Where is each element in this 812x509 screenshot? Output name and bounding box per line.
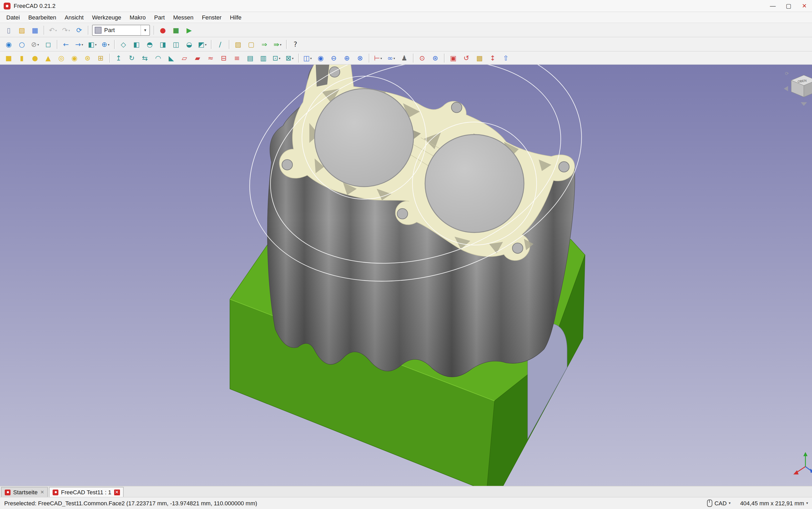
axonometric-view-button[interactable]: ◇ xyxy=(117,39,130,50)
migrate-shape-button[interactable]: ⇧ xyxy=(499,52,512,63)
minimize-button[interactable]: — xyxy=(765,0,781,11)
redo-button[interactable]: ↷▾ xyxy=(60,25,73,35)
dropdown-arrow-icon: ▾ xyxy=(37,42,39,46)
fit-selection-button[interactable]: ○ xyxy=(15,39,28,50)
fillet-button[interactable]: ◠ xyxy=(152,52,165,63)
window-title: FreeCAD 0.21.2 xyxy=(14,3,56,9)
zoom-button[interactable]: ⊕▾ xyxy=(99,39,112,50)
menu-fenster[interactable]: Fenster xyxy=(198,13,226,22)
save-button[interactable]: ▦ xyxy=(28,25,41,35)
compound-tools-button[interactable]: ◫▾ xyxy=(301,52,314,63)
menu-ansicht[interactable]: Ansicht xyxy=(61,13,88,22)
open-file-button[interactable]: ▨ xyxy=(15,25,28,35)
union-button[interactable]: ⊕ xyxy=(340,52,354,63)
cylinder-bore-2[interactable] xyxy=(425,135,524,233)
tab-startseite[interactable]: Startseite ✕ xyxy=(1,487,48,497)
cylinder-button[interactable]: ▮ xyxy=(15,52,28,63)
color-per-face-button[interactable]: ▩ xyxy=(473,52,486,63)
mirror-button[interactable]: ⇆ xyxy=(138,52,152,63)
create-part-button[interactable]: ▧ xyxy=(231,39,245,50)
close-button[interactable]: ✕ xyxy=(797,0,812,11)
thickness-button[interactable]: ⊡▾ xyxy=(270,52,283,63)
bounding-box-button[interactable]: ◻ xyxy=(41,39,55,50)
offset-2d-button[interactable]: ▥ xyxy=(257,52,270,63)
section-button[interactable]: ⊟ xyxy=(217,52,230,63)
viewport-dimensions[interactable]: 404,45 mm x 212,91 mm ▾ xyxy=(740,500,808,506)
link-navigation-button[interactable]: ◧▾ xyxy=(86,39,99,50)
boolean-button[interactable]: ◉ xyxy=(314,52,327,63)
maximize-button[interactable]: ▢ xyxy=(781,0,797,11)
freecad-window: FreeCAD 0.21.2 — ▢ ✕ DateiBearbeitenAnsi… xyxy=(0,0,812,509)
menu-messen[interactable]: Messen xyxy=(169,13,198,22)
view-rear-button[interactable]: ◫ xyxy=(169,39,183,50)
primitives-button[interactable]: ⊛ xyxy=(81,52,94,63)
projection-on-surface-button[interactable]: ⊠▾ xyxy=(283,52,296,63)
extrude-button[interactable]: ↥ xyxy=(112,52,125,63)
tab-close-icon[interactable]: ✕ xyxy=(40,489,44,495)
toolbar-separator xyxy=(444,54,445,62)
new-file-button[interactable]: ▯ xyxy=(2,25,15,35)
nav-back-button[interactable]: ← xyxy=(60,39,73,50)
shape-builder-button[interactable]: ⊞ xyxy=(94,52,107,63)
make-link-button[interactable]: ⇒ xyxy=(258,39,271,50)
view-top-button[interactable]: ◓ xyxy=(143,39,156,50)
measure-button[interactable]: ∕ xyxy=(214,39,227,50)
reverse-shapes-button[interactable]: ↺ xyxy=(460,52,473,63)
toolbar-separator xyxy=(88,26,88,34)
dropdown-arrow-icon: ▾ xyxy=(393,56,395,60)
3d-viewport[interactable]: OBEN ⟳ xyxy=(0,65,812,486)
navigation-style-selector[interactable]: CAD ▾ xyxy=(707,500,731,507)
sweep-button[interactable]: ≈ xyxy=(204,52,217,63)
torus-button[interactable]: ◎ xyxy=(55,52,68,63)
menu-makro[interactable]: Makro xyxy=(126,13,150,22)
inspect-shape-button[interactable]: ⊛ xyxy=(429,52,442,63)
create-group-button[interactable]: ▢ xyxy=(245,39,258,50)
revolve-button[interactable]: ↻ xyxy=(125,52,138,63)
box-button[interactable]: ■ xyxy=(2,52,15,63)
menu-part[interactable]: Part xyxy=(150,13,169,22)
scale-shape-button[interactable]: ↕ xyxy=(486,52,499,63)
menu-bearbeiten[interactable]: Bearbeiten xyxy=(24,13,60,22)
offset-3d-button[interactable]: ▤ xyxy=(243,52,257,63)
defeaturing-button[interactable]: ♟ xyxy=(398,52,411,63)
view-right-button[interactable]: ◨ xyxy=(156,39,169,50)
chamfer-button[interactable]: ◣ xyxy=(165,52,178,63)
menu-datei[interactable]: Datei xyxy=(2,13,24,22)
draw-style-button[interactable]: ⊘▾ xyxy=(28,39,41,50)
macro-record-button[interactable]: ● xyxy=(156,25,169,35)
dropdown-arrow-icon: ▾ xyxy=(95,42,97,46)
tube-button[interactable]: ◉ xyxy=(68,52,81,63)
view-front-button[interactable]: ◧ xyxy=(130,39,143,50)
intersection-button[interactable]: ⊗ xyxy=(354,52,367,63)
tab-close-icon[interactable]: ✕ xyxy=(114,489,120,495)
sphere-button[interactable]: ● xyxy=(28,52,41,63)
refresh-button[interactable]: ⟳ xyxy=(73,25,86,35)
cross-sections-button[interactable]: ≡ xyxy=(230,52,243,63)
menu-werkzeuge[interactable]: Werkzeuge xyxy=(88,13,126,22)
toolbar-separator xyxy=(298,54,299,62)
menu-hilfe[interactable]: Hilfe xyxy=(226,13,246,22)
cut-button[interactable]: ⊖ xyxy=(327,52,340,63)
ruled-surface-button[interactable]: ▱ xyxy=(178,52,191,63)
loft-button[interactable]: ▰ xyxy=(191,52,204,63)
whats-this-button[interactable]: ? xyxy=(289,39,302,50)
check-geometry-button[interactable]: ⊙ xyxy=(416,52,429,63)
split-tools-button[interactable]: ⊢▾ xyxy=(371,52,385,63)
toolbar-separator xyxy=(286,40,287,48)
tab-freecad-test11[interactable]: FreeCAD Test11 : 1 ✕ xyxy=(49,487,123,497)
cone-button[interactable]: ▲ xyxy=(41,52,55,63)
macro-play-button[interactable]: ▶ xyxy=(183,25,196,35)
view-left-button[interactable]: ◩▾ xyxy=(196,39,209,50)
nav-forward-button[interactable]: →▾ xyxy=(73,39,86,50)
undo-button[interactable]: ↶▾ xyxy=(46,25,60,35)
macro-stop-button[interactable]: ■ xyxy=(169,25,183,35)
status-bar: Preselected: FreeCAD_Test11.Common.Face2… xyxy=(0,497,812,509)
convert-to-solid-button[interactable]: ▣ xyxy=(447,52,460,63)
toolbar-separator xyxy=(154,26,154,34)
cylinder-bore-1[interactable] xyxy=(315,89,414,187)
fit-all-button[interactable]: ◉ xyxy=(2,39,15,50)
view-bottom-button[interactable]: ◒ xyxy=(183,39,196,50)
make-link-group-button[interactable]: ⇛▾ xyxy=(271,39,284,50)
workbench-selector[interactable]: Part ▾ xyxy=(92,25,150,35)
connect-objects-button[interactable]: ∞▾ xyxy=(385,52,398,63)
